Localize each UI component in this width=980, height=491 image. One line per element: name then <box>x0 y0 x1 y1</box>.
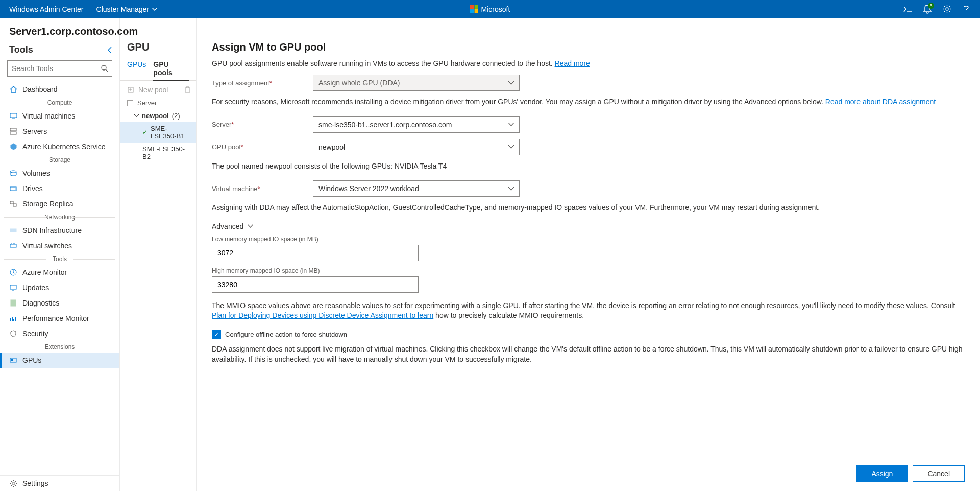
security-text: For security reasons, Microsoft recommen… <box>212 97 965 107</box>
vm-dropdown[interactable]: Windows Server 2022 workload <box>313 180 520 197</box>
nav-virtual-machines[interactable]: Virtual machines <box>0 108 119 124</box>
kubernetes-icon <box>9 143 17 151</box>
nav-sdn[interactable]: SDN Infrastructure <box>0 223 119 238</box>
svg-rect-15 <box>11 300 16 306</box>
diagnostics-icon <box>9 299 17 307</box>
vswitch-icon <box>9 242 17 250</box>
help-icon[interactable] <box>962 5 971 14</box>
server-column-header[interactable]: Server <box>120 97 196 109</box>
group-extensions: Extensions <box>0 341 119 353</box>
low-mmio-input[interactable] <box>212 245 419 261</box>
pool-node-2[interactable]: SME-LSE350-B2 <box>120 143 196 163</box>
notification-badge: 5 <box>928 3 934 9</box>
advanced-toggle[interactable]: Advanced <box>212 222 965 230</box>
nav-volumes[interactable]: Volumes <box>0 166 119 181</box>
svg-rect-17 <box>11 359 13 361</box>
chevron-down-icon <box>152 8 157 11</box>
new-pool-icon <box>127 86 134 93</box>
nav-performance-monitor[interactable]: Performance Monitor <box>0 311 119 326</box>
chevron-down-icon <box>134 114 139 118</box>
search-icon <box>101 65 108 72</box>
product-name: Windows Admin Center <box>9 5 84 13</box>
high-mmio-input[interactable] <box>212 276 419 293</box>
pool-node-1[interactable]: ✓ SME-LSE350-B1 <box>120 122 196 143</box>
collapse-sidebar-icon[interactable] <box>107 46 112 54</box>
search-input-field[interactable] <box>12 64 101 73</box>
nav-updates[interactable]: Updates <box>0 280 119 295</box>
microsoft-logo-icon <box>470 5 478 13</box>
svg-point-0 <box>946 8 948 10</box>
nav-virtual-switches[interactable]: Virtual switches <box>0 238 119 253</box>
new-pool-button[interactable]: New pool <box>120 84 196 97</box>
vm-label: Virtual machine* <box>212 185 313 193</box>
cloud-shell-icon[interactable] <box>903 5 913 14</box>
group-compute: Compute <box>0 97 119 108</box>
search-tools-input[interactable] <box>7 60 112 77</box>
tab-gpu-pools[interactable]: GPU pools <box>153 60 189 81</box>
perfmon-icon <box>9 314 17 322</box>
form-intro: GPU pool assignments enable software run… <box>212 59 965 67</box>
group-tools: Tools <box>0 253 119 265</box>
nav-aks[interactable]: Azure Kubernetes Service <box>0 139 119 154</box>
dda-read-more-link[interactable]: Read more about DDA assignment <box>825 98 936 106</box>
nav-dashboard[interactable]: Dashboard <box>0 82 119 97</box>
force-shutdown-checkbox-row[interactable]: ✓ Configure offline action to force shut… <box>212 330 965 339</box>
server-dropdown[interactable]: sme-lse350-b1..server1.corp.contoso.com <box>313 116 520 133</box>
notifications-icon[interactable]: 5 <box>923 5 932 14</box>
svg-rect-12 <box>10 244 16 247</box>
pool-gpu-info: The pool named newpool consists of the f… <box>212 161 965 172</box>
nav-servers[interactable]: Servers <box>0 124 119 139</box>
form-title: Assign VM to GPU pool <box>212 41 965 53</box>
nav-azure-monitor[interactable]: Azure Monitor <box>0 265 119 280</box>
brand-text: Microsoft <box>481 5 510 13</box>
context-selector[interactable]: Cluster Manager <box>96 5 158 13</box>
svg-marker-5 <box>11 144 16 150</box>
svg-rect-14 <box>10 285 16 289</box>
select-all-checkbox[interactable] <box>127 100 133 106</box>
updates-icon <box>9 284 17 292</box>
gpu-icon <box>9 356 17 364</box>
read-more-link[interactable]: Read more <box>555 59 590 67</box>
mmio-plan-link[interactable]: Plan for Deploying Devices using Discret… <box>212 311 433 319</box>
tab-gpus[interactable]: GPUs <box>127 60 146 80</box>
check-icon: ✓ <box>142 129 148 136</box>
svg-rect-3 <box>10 128 16 131</box>
server-name: Server1.corp.contoso.com <box>0 18 119 41</box>
context-label: Cluster Manager <box>96 5 150 13</box>
svg-point-6 <box>10 171 16 173</box>
banner-divider <box>90 5 90 14</box>
svg-rect-2 <box>10 113 17 118</box>
nav-storage-replica[interactable]: Storage Replica <box>0 196 119 212</box>
brand: Microsoft <box>470 5 510 13</box>
mmio-info-text: The MMIO space values above are reasonab… <box>212 301 965 321</box>
pool-row-newpool[interactable]: newpool (2) <box>120 109 196 122</box>
pool-dropdown[interactable]: newpool <box>313 139 520 155</box>
svg-rect-9 <box>10 201 13 204</box>
cancel-button[interactable]: Cancel <box>913 465 965 482</box>
security-icon <box>9 330 17 338</box>
delete-icon[interactable] <box>184 86 191 93</box>
settings-icon[interactable] <box>942 5 951 14</box>
nav-gpus[interactable]: GPUs <box>0 353 119 368</box>
nav-settings[interactable]: Settings <box>0 476 119 491</box>
server-label: Server* <box>212 121 313 128</box>
force-shutdown-checkbox[interactable]: ✓ <box>212 330 221 339</box>
dda-warning-text: Assigning with DDA may affect the Automa… <box>212 203 965 213</box>
drives-icon <box>9 184 17 193</box>
nav-security[interactable]: Security <box>0 326 119 341</box>
monitor-icon <box>9 268 17 276</box>
nav-drives[interactable]: Drives <box>0 181 119 196</box>
assign-button[interactable]: Assign <box>856 465 908 482</box>
checkbox-info-text: DDA assignment does not support live mig… <box>212 344 965 364</box>
nav-diagnostics[interactable]: Diagnostics <box>0 295 119 311</box>
type-label: Type of assignment* <box>212 79 313 87</box>
gear-icon <box>9 479 17 487</box>
tools-sidebar: Server1.corp.contoso.com Tools Dashboard… <box>0 18 120 491</box>
chevron-down-icon <box>508 187 514 191</box>
type-dropdown: Assign whole GPU (DDA) <box>313 75 520 91</box>
high-mmio-label: High memory mapped IO space (in MB) <box>212 267 965 274</box>
gpu-panel: GPU GPUs GPU pools New pool Server newpo… <box>120 18 197 491</box>
group-storage: Storage <box>0 154 119 166</box>
chevron-down-icon <box>508 123 514 126</box>
server-icon <box>9 127 17 135</box>
